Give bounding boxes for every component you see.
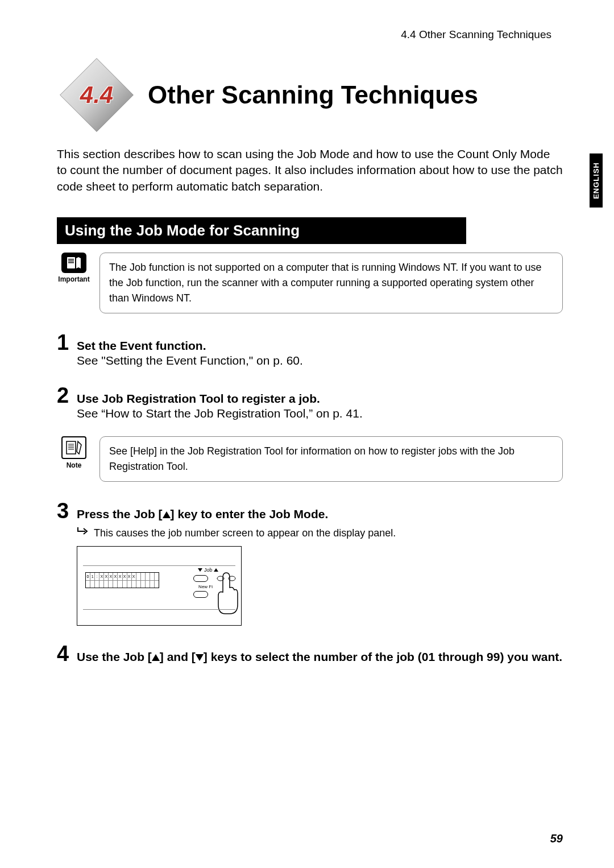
triangle-up-icon: [163, 511, 171, 518]
intro-text: This section describes how to scan using…: [57, 146, 563, 195]
title-row: 4.4 Other Scanning Techniques: [57, 55, 563, 135]
panel-button-top: [193, 575, 208, 582]
step-4-title: Use the Job [] and [] keys to select the…: [77, 650, 563, 664]
step-4-number: 4: [57, 642, 77, 666]
step-4: 4 Use the Job [] and [] keys to select t…: [57, 642, 563, 666]
note-callout: Note See [Help] in the Job Registration …: [57, 436, 563, 482]
svg-rect-3: [68, 261, 74, 262]
important-text: The Job function is not supported on a c…: [99, 253, 563, 313]
step-3-number: 3: [57, 499, 77, 523]
language-tab: ENGLISH: [590, 154, 603, 208]
note-label: Note: [57, 461, 91, 469]
step-1-desc: See "Setting the Event Function," on p. …: [77, 354, 563, 367]
step-2: 2 Use Job Registration Tool to register …: [57, 383, 563, 420]
triangle-down-icon: [196, 654, 204, 661]
step-1-title: Set the Event function.: [77, 339, 563, 353]
lcd-screen: 01:XXXXXXXX: [85, 572, 159, 588]
step-1-number: 1: [57, 330, 77, 355]
step-3: 3 Press the Job [] key to enter the Job …: [57, 499, 563, 626]
page-number: 59: [550, 832, 563, 845]
important-callout: Important The Job function is not suppor…: [57, 253, 563, 313]
header-breadcrumb: 4.4 Other Scanning Techniques: [57, 28, 563, 41]
step-2-number: 2: [57, 383, 77, 408]
step-3-title: Press the Job [] key to enter the Job Mo…: [77, 507, 563, 521]
section-number: 4.4: [80, 81, 113, 109]
panel-button-bottom: [193, 591, 208, 598]
note-text: See [Help] in the Job Registration Tool …: [99, 436, 563, 482]
important-icon: [61, 253, 86, 273]
svg-rect-2: [68, 259, 74, 260]
panel-job-label: Job: [198, 567, 218, 573]
step-2-desc: See “How to Start the Job Registration T…: [77, 407, 563, 420]
important-label: Important: [57, 275, 91, 283]
step-2-title: Use Job Registration Tool to register a …: [77, 392, 563, 406]
svg-rect-4: [68, 262, 74, 263]
triangle-up-icon: [152, 654, 160, 661]
result-arrow-icon: [77, 526, 94, 539]
page-title: Other Scanning Techniques: [148, 81, 478, 109]
section-diamond-icon: 4.4: [57, 55, 136, 135]
step-1: 1 Set the Event function. See "Setting t…: [57, 330, 563, 367]
step-3-sub: This causes the job number screen to app…: [94, 527, 396, 539]
note-icon: [61, 436, 86, 459]
panel-newfile-label: New Fi: [198, 584, 213, 589]
subsection-header: Using the Job Mode for Scanning: [57, 217, 466, 244]
display-panel-diagram: 01:XXXXXXXX Job New Fi: [77, 546, 242, 626]
